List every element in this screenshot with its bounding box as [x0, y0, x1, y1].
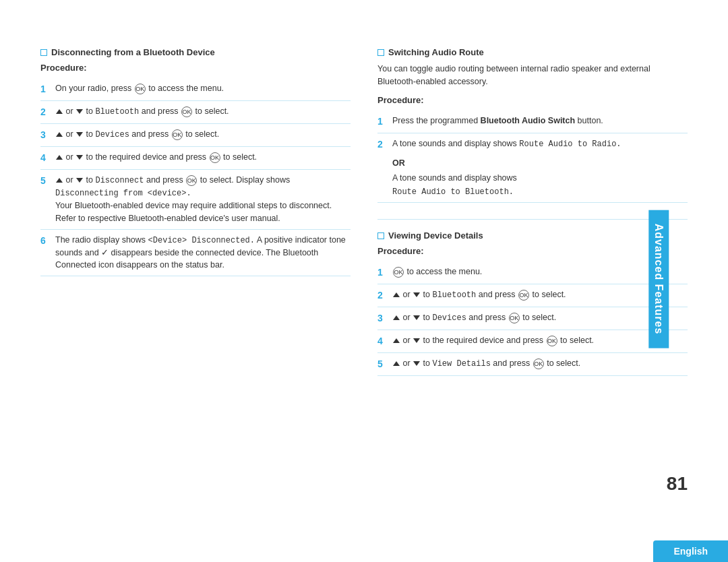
viewing-device-section: Viewing Device Details Procedure: 1 OK t… [377, 230, 688, 376]
step-item: 3 or to Devices and press OK to select. [377, 307, 688, 330]
section-icon [40, 49, 47, 56]
arrow-up-icon [393, 361, 400, 366]
ok-btn-icon: OK [393, 267, 404, 278]
step-list-right-bottom: 1 OK to access the menu. 2 or to Bluetoo… [377, 261, 688, 376]
route-audio-bluetooth: Route Audio to Bluetooth. [392, 186, 517, 198]
section-divider [377, 219, 688, 220]
step-item: 1 On your radio, press OK to access the … [40, 78, 351, 101]
section-icon [377, 49, 384, 56]
arrow-up-icon [56, 132, 63, 137]
switching-intro: You can toggle audio routing between int… [377, 63, 688, 88]
switching-audio-title: Switching Audio Route [377, 47, 688, 57]
tone-line: A tone sounds and display shows [392, 172, 517, 185]
step-item: 2 or to Bluetooth and press OK to select… [377, 284, 688, 307]
ok-btn-icon: OK [135, 84, 146, 94]
step-item: 4 or to the required device and press OK… [40, 147, 351, 170]
ok-btn-icon: OK [210, 152, 220, 163]
ok-btn-icon: OK [518, 290, 529, 301]
arrow-up-icon [393, 315, 400, 320]
ok-btn-icon: OK [186, 175, 197, 186]
ok-btn-icon: OK [181, 106, 192, 117]
disconnecting-title: Disconnecting from a Bluetooth Device [40, 47, 351, 57]
advanced-features-label: Advanced Features [649, 210, 669, 348]
ok-btn-icon: OK [547, 336, 557, 346]
step-item: 5 or to View Details and press OK to sel… [377, 353, 688, 376]
step-item: 2 A tone sounds and display shows Route … [377, 133, 688, 204]
procedure-label-left: Procedure: [40, 63, 351, 73]
arrow-down-icon [76, 132, 83, 137]
arrow-up-icon [393, 338, 400, 343]
procedure-label-right-bottom: Procedure: [377, 246, 688, 256]
switching-audio-section: Switching Audio Route You can toggle aud… [377, 47, 688, 203]
or-label: OR [392, 157, 517, 170]
step-item: 1 OK to access the menu. [377, 261, 688, 284]
arrow-up-icon [56, 178, 63, 183]
step-list-right-top: 1 Press the programmed Bluetooth Audio S… [377, 111, 688, 204]
arrow-down-icon [413, 338, 420, 343]
ok-btn-icon: OK [533, 358, 544, 369]
arrow-down-icon [76, 178, 83, 183]
ok-btn-icon: OK [509, 313, 520, 323]
arrow-down-icon [413, 315, 420, 320]
step-item: 5 or to Disconnect and press OK to selec… [40, 170, 351, 230]
ok-btn-icon: OK [172, 129, 183, 140]
step-list-left: 1 On your radio, press OK to access the … [40, 78, 351, 276]
step-item: 6 The radio display shows <Device> Disco… [40, 230, 351, 277]
step-item: 3 or to Devices and press OK to select. [40, 124, 351, 147]
arrow-down-icon [413, 361, 420, 366]
arrow-down-icon [76, 155, 83, 160]
arrow-up-icon [393, 292, 400, 297]
disconnecting-section: Disconnecting from a Bluetooth Device Pr… [40, 47, 351, 276]
step-item: 1 Press the programmed Bluetooth Audio S… [377, 111, 688, 133]
left-column: Disconnecting from a Bluetooth Device Pr… [40, 40, 351, 535]
step-item: 4 or to the required device and press OK… [377, 330, 688, 353]
arrow-down-icon [76, 109, 83, 114]
viewing-device-title: Viewing Device Details [377, 230, 688, 241]
arrow-up-icon [56, 155, 63, 160]
english-badge: English [653, 540, 728, 562]
arrow-up-icon [56, 109, 63, 114]
right-column: Switching Audio Route You can toggle aud… [377, 40, 688, 535]
page-number: 81 [667, 473, 688, 495]
step-item: 2 or to Bluetooth and press OK to select… [40, 101, 351, 124]
arrow-down-icon [413, 292, 420, 297]
procedure-label-right-top: Procedure: [377, 95, 688, 105]
section-icon [377, 232, 384, 239]
